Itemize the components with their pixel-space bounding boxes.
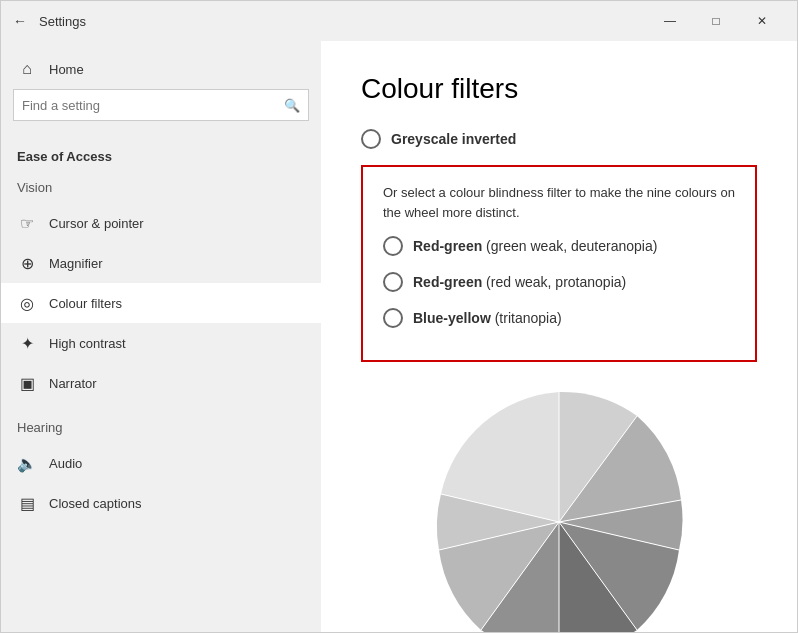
audio-icon: 🔈 bbox=[17, 453, 37, 473]
search-input[interactable] bbox=[22, 98, 284, 113]
sidebar-item-cursor[interactable]: ☞ Cursor & pointer bbox=[1, 203, 321, 243]
cursor-icon: ☞ bbox=[17, 213, 37, 233]
radio-red-green-protanopia[interactable]: Red-green (red weak, protanopia) bbox=[383, 272, 735, 292]
content-area: Colour filters Greyscale inverted Or sel… bbox=[321, 41, 797, 632]
sidebar-item-colour-filters-label: Colour filters bbox=[49, 296, 122, 311]
titlebar: ← Settings — □ ✕ bbox=[1, 1, 797, 41]
radio-red-green-deuteranopia[interactable]: Red-green (green weak, deuteranopia) bbox=[383, 236, 735, 256]
color-blindness-description: Or select a colour blindness filter to m… bbox=[383, 183, 735, 222]
color-wheel-container bbox=[361, 382, 757, 632]
radio-greyscale-inverted[interactable]: Greyscale inverted bbox=[361, 129, 757, 149]
sidebar-item-audio[interactable]: 🔈 Audio bbox=[1, 443, 321, 483]
radio-label-tritanopia: Blue-yellow (tritanopia) bbox=[413, 310, 562, 326]
settings-window: ← Settings — □ ✕ ⌂ Home 🔍 Ease of Access bbox=[0, 0, 798, 633]
radio-circle-tritanopia bbox=[383, 308, 403, 328]
main-content: ⌂ Home 🔍 Ease of Access Vision ☞ Cursor … bbox=[1, 41, 797, 632]
radio-label-deuteranopia: Red-green (green weak, deuteranopia) bbox=[413, 238, 657, 254]
sidebar-item-home-label: Home bbox=[49, 62, 84, 77]
sidebar-item-home[interactable]: ⌂ Home bbox=[1, 49, 321, 89]
radio-circle-greyscale-inverted bbox=[361, 129, 381, 149]
high-contrast-icon: ✦ bbox=[17, 333, 37, 353]
sidebar-section-label: Ease of Access bbox=[1, 137, 321, 172]
colour-filters-icon: ◎ bbox=[17, 293, 37, 313]
color-wheel-svg bbox=[419, 382, 699, 632]
page-title: Colour filters bbox=[361, 73, 757, 105]
back-button[interactable]: ← bbox=[13, 13, 27, 29]
maximize-button[interactable]: □ bbox=[693, 1, 739, 41]
close-button[interactable]: ✕ bbox=[739, 1, 785, 41]
radio-blue-yellow-tritanopia[interactable]: Blue-yellow (tritanopia) bbox=[383, 308, 735, 328]
sidebar-item-colour-filters[interactable]: ◎ Colour filters bbox=[1, 283, 321, 323]
radio-label-greyscale-inverted: Greyscale inverted bbox=[391, 131, 516, 147]
sidebar-hearing-category: Hearing bbox=[1, 412, 321, 443]
radio-label-protanopia: Red-green (red weak, protanopia) bbox=[413, 274, 626, 290]
sidebar-vision-category: Vision bbox=[1, 172, 321, 203]
home-icon: ⌂ bbox=[17, 59, 37, 79]
sidebar: ⌂ Home 🔍 Ease of Access Vision ☞ Cursor … bbox=[1, 41, 321, 632]
sidebar-item-audio-label: Audio bbox=[49, 456, 82, 471]
closed-captions-icon: ▤ bbox=[17, 493, 37, 513]
search-box[interactable]: 🔍 bbox=[13, 89, 309, 121]
radio-circle-protanopia bbox=[383, 272, 403, 292]
radio-circle-deuteranopia bbox=[383, 236, 403, 256]
search-icon: 🔍 bbox=[284, 98, 300, 113]
sidebar-item-narrator-label: Narrator bbox=[49, 376, 97, 391]
titlebar-left: ← Settings bbox=[13, 13, 86, 29]
sidebar-item-magnifier[interactable]: ⊕ Magnifier bbox=[1, 243, 321, 283]
sidebar-item-high-contrast-label: High contrast bbox=[49, 336, 126, 351]
sidebar-item-magnifier-label: Magnifier bbox=[49, 256, 102, 271]
sidebar-item-high-contrast[interactable]: ✦ High contrast bbox=[1, 323, 321, 363]
narrator-icon: ▣ bbox=[17, 373, 37, 393]
sidebar-item-closed-captions[interactable]: ▤ Closed captions bbox=[1, 483, 321, 523]
window-controls: — □ ✕ bbox=[647, 1, 785, 41]
sidebar-item-narrator[interactable]: ▣ Narrator bbox=[1, 363, 321, 403]
color-blindness-box: Or select a colour blindness filter to m… bbox=[361, 165, 757, 362]
sidebar-divider bbox=[1, 407, 321, 408]
window-title: Settings bbox=[39, 14, 86, 29]
minimize-button[interactable]: — bbox=[647, 1, 693, 41]
sidebar-item-closed-captions-label: Closed captions bbox=[49, 496, 142, 511]
magnifier-icon: ⊕ bbox=[17, 253, 37, 273]
sidebar-item-cursor-label: Cursor & pointer bbox=[49, 216, 144, 231]
